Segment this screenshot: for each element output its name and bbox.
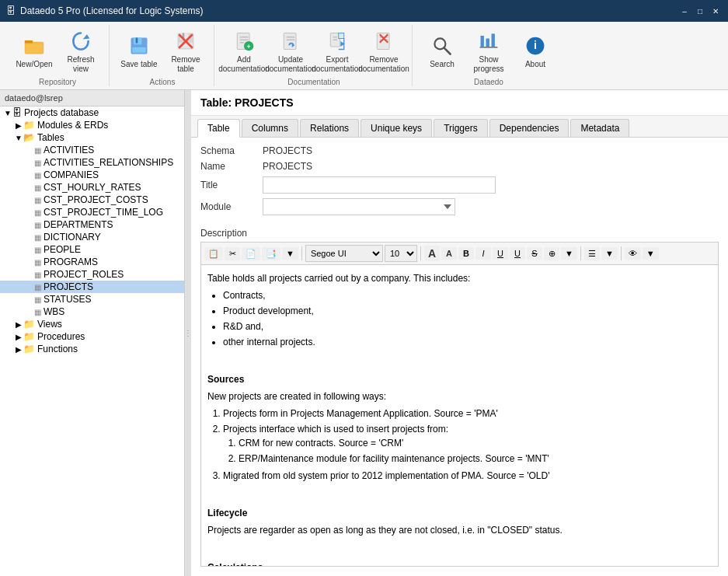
- schema-label: Schema: [200, 145, 263, 156]
- svg-marker-3: [83, 34, 90, 39]
- underline2-btn[interactable]: U: [510, 247, 525, 260]
- name-row: Name PROJECTS: [200, 161, 719, 172]
- underline-btn[interactable]: U: [493, 247, 508, 260]
- font-size-decrease-btn[interactable]: A: [441, 247, 457, 260]
- editor-content[interactable]: Table holds all projects carried out by …: [200, 264, 719, 567]
- expand-functions[interactable]: ▶: [14, 345, 23, 354]
- editor-clipboard-btn[interactable]: 📋: [204, 247, 223, 260]
- bold-btn[interactable]: B: [458, 247, 474, 260]
- editor-toolbar: 📋 ✂ 📄 📑 ▼ Segoe UI 10 A A B I U U S: [200, 242, 719, 264]
- title-input[interactable]: [263, 176, 496, 194]
- tab-relations[interactable]: Relations: [300, 119, 359, 137]
- tab-unique-keys[interactable]: Unique keys: [361, 119, 432, 137]
- tree-item-people[interactable]: ▦ PEOPLE: [0, 243, 184, 256]
- tree-item-functions[interactable]: ▶ 📁 Functions: [0, 343, 184, 355]
- new-open-label: New/Open: [16, 60, 52, 69]
- tree-item-programs[interactable]: ▦ PROGRAMS: [0, 256, 184, 268]
- tree-item-project-roles[interactable]: ▦ PROJECT_ROLES: [0, 268, 184, 281]
- editor-cut-btn[interactable]: ✂: [225, 247, 240, 260]
- font-size-increase-btn[interactable]: A: [424, 246, 440, 261]
- view-btn[interactable]: 👁: [625, 247, 641, 260]
- view-dropdown[interactable]: ▼: [643, 247, 659, 260]
- progress-icon: [476, 29, 501, 54]
- about-icon: i: [523, 33, 548, 58]
- minimize-button[interactable]: –: [678, 5, 691, 17]
- remove-table-icon: [173, 29, 198, 54]
- list-btn[interactable]: ☰: [584, 247, 600, 260]
- strikethrough-btn[interactable]: S: [527, 247, 542, 260]
- table-icon-activities: ▦: [34, 146, 41, 155]
- save-table-label: Save table: [120, 60, 157, 69]
- list-dropdown[interactable]: ▼: [601, 247, 618, 260]
- about-button[interactable]: i About: [514, 30, 557, 73]
- tree-item-cst-hourly[interactable]: ▦ CST_HOURLY_RATES: [0, 181, 184, 194]
- italic-btn[interactable]: I: [475, 247, 491, 260]
- save-table-button[interactable]: Save table: [117, 30, 161, 73]
- calculations-title: Calculations: [207, 560, 712, 567]
- tree-item-statuses[interactable]: ▦ STATUSES: [0, 293, 184, 305]
- tree-item-cst-time[interactable]: ▦ CST_PROJECT_TIME_LOG: [0, 206, 184, 218]
- tree-item-departments[interactable]: ▦ DEPARTMENTS: [0, 218, 184, 231]
- tab-table[interactable]: Table: [197, 119, 240, 138]
- search-button[interactable]: Search: [420, 30, 464, 73]
- new-open-button[interactable]: New/Open: [12, 30, 56, 73]
- font-select[interactable]: Segoe UI: [305, 245, 383, 262]
- tree-item-modules[interactable]: ▶ 📁 Modules & ERDs: [0, 119, 184, 131]
- tree-item-root[interactable]: ▼ 🗄 Projects database: [0, 106, 184, 119]
- editor-paste-btn[interactable]: 📄: [242, 247, 260, 260]
- desc-spacer-3: [207, 540, 712, 554]
- export-documentation-button[interactable]: Exportdocumentation: [315, 25, 359, 78]
- remove-table-button[interactable]: Remove table: [164, 25, 207, 78]
- close-button[interactable]: ✕: [709, 5, 722, 17]
- tree-item-procedures[interactable]: ▶ 📁 Procedures: [0, 330, 184, 343]
- root-label: Projects database: [24, 107, 99, 118]
- source-sublist-2: CRM for new contracts. Source = 'CRM' ER…: [239, 436, 712, 466]
- expand-procedures[interactable]: ▶: [14, 333, 23, 341]
- tab-columns[interactable]: Columns: [242, 119, 298, 137]
- sources-list: Projects form in Projects Management App…: [223, 407, 712, 483]
- tree-item-projects[interactable]: ▦ PROJECTS: [0, 281, 184, 293]
- maximize-button[interactable]: □: [694, 5, 706, 17]
- editor-paste-special-btn[interactable]: 📑: [262, 247, 280, 260]
- resize-handle[interactable]: ⋮: [185, 90, 191, 576]
- tree-item-companies[interactable]: ▦ COMPANIES: [0, 169, 184, 181]
- functions-folder-icon: 📁: [23, 344, 35, 354]
- expand-root[interactable]: ▼: [3, 109, 12, 117]
- desc-list-item-2: Product development,: [223, 304, 712, 318]
- sidebar-header: dataedo@lsrep: [0, 90, 184, 106]
- expand-views[interactable]: ▶: [14, 320, 23, 329]
- add-documentation-button[interactable]: + Adddocumentation: [222, 25, 266, 78]
- tree-item-activities[interactable]: ▦ ACTIVITIES: [0, 144, 184, 156]
- search-icon: [430, 33, 455, 58]
- svg-rect-1: [25, 40, 33, 44]
- toolbar-items-documentation: + Adddocumentation Updatedocumentation: [222, 25, 406, 78]
- content-header: Table: PROJECTS: [191, 90, 728, 116]
- formatting-dropdown[interactable]: ▼: [561, 247, 577, 260]
- expand-modules[interactable]: ▶: [14, 121, 23, 130]
- tree-item-tables[interactable]: ▼ 📂 Tables: [0, 131, 184, 144]
- actions-group-label: Actions: [150, 78, 176, 88]
- tab-dependencies[interactable]: Dependencies: [489, 119, 570, 137]
- tree-item-dictionary[interactable]: ▦ DICTIONARY: [0, 231, 184, 243]
- description-section: Description 📋 ✂ 📄 📑 ▼ Segoe UI 10 A A: [191, 228, 728, 576]
- app-title: Dataedo 5 Pro (Licensed for Logic System…: [20, 5, 203, 16]
- views-folder-icon: 📁: [23, 319, 35, 330]
- font-size-select[interactable]: 10: [385, 245, 417, 262]
- tables-label: Tables: [37, 132, 64, 143]
- module-select[interactable]: [263, 198, 455, 215]
- departments-label: DEPARTMENTS: [44, 219, 113, 230]
- update-documentation-button[interactable]: Updatedocumentation: [269, 25, 312, 78]
- tree-item-views[interactable]: ▶ 📁 Views: [0, 318, 184, 330]
- remove-documentation-button[interactable]: Removedocumentation: [362, 25, 406, 78]
- expand-tables[interactable]: ▼: [14, 134, 23, 142]
- tree-item-cst-project-costs[interactable]: ▦ CST_PROJECT_COSTS: [0, 194, 184, 206]
- refresh-view-button[interactable]: Refreshview: [59, 25, 103, 78]
- tree-item-activities-rel[interactable]: ▦ ACTIVITIES_RELATIONSHIPS: [0, 156, 184, 169]
- tab-triggers[interactable]: Triggers: [434, 119, 488, 137]
- tree-item-wbs[interactable]: ▦ WBS: [0, 305, 184, 318]
- show-progress-button[interactable]: Show progress: [467, 25, 510, 78]
- superscript-btn[interactable]: ⊕: [544, 247, 559, 260]
- wbs-label: WBS: [44, 306, 64, 317]
- tab-metadata[interactable]: Metadata: [570, 119, 629, 137]
- editor-paste-dropdown[interactable]: ▼: [282, 247, 298, 260]
